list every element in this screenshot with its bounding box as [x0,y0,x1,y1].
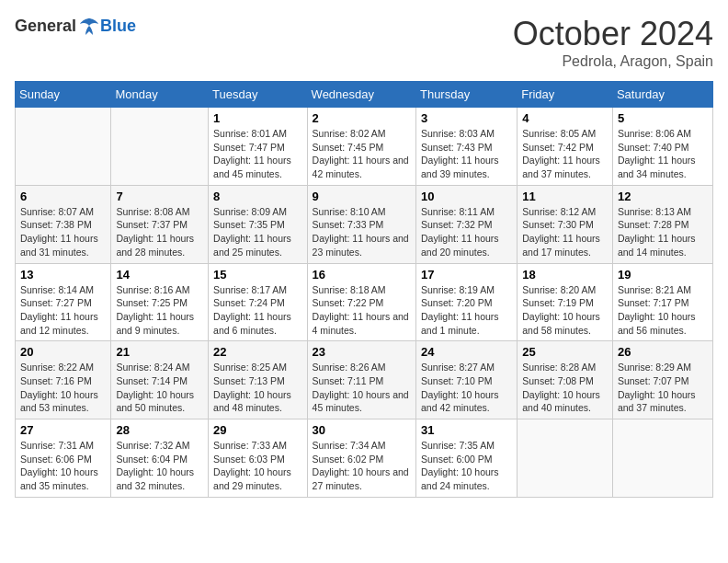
day-number: 25 [522,345,608,359]
day-info: Sunrise: 8:17 AM Sunset: 7:24 PM Dayligh… [213,283,301,338]
day-info: Sunrise: 8:03 AM Sunset: 7:43 PM Dayligh… [421,127,512,181]
day-number: 28 [116,423,203,437]
calendar-cell: 25Sunrise: 8:28 AM Sunset: 7:08 PM Dayli… [518,341,613,419]
day-number: 29 [213,423,301,437]
day-number: 19 [618,268,708,282]
day-info: Sunrise: 8:05 AM Sunset: 7:42 PM Dayligh… [522,127,608,181]
day-info: Sunrise: 8:20 AM Sunset: 7:19 PM Dayligh… [522,283,608,338]
day-info: Sunrise: 8:11 AM Sunset: 7:32 PM Dayligh… [421,205,512,259]
day-of-week-header: Tuesday [209,82,307,108]
day-info: Sunrise: 8:19 AM Sunset: 7:20 PM Dayligh… [421,283,512,338]
calendar-cell: 18Sunrise: 8:20 AM Sunset: 7:19 PM Dayli… [518,263,613,341]
day-number: 31 [421,423,512,437]
calendar-cell: 11Sunrise: 8:12 AM Sunset: 7:30 PM Dayli… [518,185,613,263]
day-number: 13 [20,268,106,282]
calendar-cell: 8Sunrise: 8:09 AM Sunset: 7:35 PM Daylig… [209,185,307,263]
day-number: 9 [313,190,411,203]
day-info: Sunrise: 7:34 AM Sunset: 6:02 PM Dayligh… [313,439,411,493]
calendar-cell: 2Sunrise: 8:02 AM Sunset: 7:45 PM Daylig… [307,108,415,186]
day-number: 11 [522,190,608,203]
day-number: 15 [213,268,301,282]
calendar-cell: 27Sunrise: 7:31 AM Sunset: 6:06 PM Dayli… [16,419,111,498]
calendar-cell: 5Sunrise: 8:06 AM Sunset: 7:40 PM Daylig… [612,108,712,186]
calendar-cell: 14Sunrise: 8:16 AM Sunset: 7:25 PM Dayli… [111,263,209,341]
day-info: Sunrise: 7:35 AM Sunset: 6:00 PM Dayligh… [421,439,512,493]
day-of-week-header: Monday [111,82,209,108]
calendar-cell [612,419,712,498]
day-number: 1 [213,111,301,125]
calendar-cell: 19Sunrise: 8:21 AM Sunset: 7:17 PM Dayli… [612,263,712,341]
day-info: Sunrise: 7:31 AM Sunset: 6:06 PM Dayligh… [20,439,106,493]
calendar-cell: 6Sunrise: 8:07 AM Sunset: 7:38 PM Daylig… [16,185,111,263]
calendar-cell: 1Sunrise: 8:01 AM Sunset: 7:47 PM Daylig… [209,108,307,186]
calendar-body: 1Sunrise: 8:01 AM Sunset: 7:47 PM Daylig… [16,108,713,498]
day-number: 3 [421,111,512,125]
calendar-cell: 16Sunrise: 8:18 AM Sunset: 7:22 PM Dayli… [307,263,415,341]
calendar-week-row: 13Sunrise: 8:14 AM Sunset: 7:27 PM Dayli… [16,263,713,341]
day-of-week-header: Saturday [612,82,712,108]
day-number: 6 [20,190,106,203]
day-info: Sunrise: 8:02 AM Sunset: 7:45 PM Dayligh… [313,127,411,181]
day-info: Sunrise: 8:29 AM Sunset: 7:07 PM Dayligh… [618,361,708,415]
calendar-cell: 10Sunrise: 8:11 AM Sunset: 7:32 PM Dayli… [415,185,517,263]
day-info: Sunrise: 8:22 AM Sunset: 7:16 PM Dayligh… [20,361,106,415]
day-info: Sunrise: 8:28 AM Sunset: 7:08 PM Dayligh… [522,361,608,415]
day-number: 20 [20,345,106,359]
day-number: 14 [116,268,203,282]
calendar-cell: 26Sunrise: 8:29 AM Sunset: 7:07 PM Dayli… [612,341,712,419]
day-number: 10 [421,190,512,203]
calendar-cell [111,108,209,186]
calendar-cell: 13Sunrise: 8:14 AM Sunset: 7:27 PM Dayli… [16,263,111,341]
calendar-cell: 23Sunrise: 8:26 AM Sunset: 7:11 PM Dayli… [307,341,415,419]
calendar-cell: 20Sunrise: 8:22 AM Sunset: 7:16 PM Dayli… [16,341,111,419]
day-number: 26 [618,345,708,359]
calendar-cell: 28Sunrise: 7:32 AM Sunset: 6:04 PM Dayli… [111,419,209,498]
location-title: Pedrola, Aragon, Spain [513,53,713,70]
day-info: Sunrise: 8:26 AM Sunset: 7:11 PM Dayligh… [313,361,411,415]
calendar-cell: 22Sunrise: 8:25 AM Sunset: 7:13 PM Dayli… [209,341,307,419]
day-info: Sunrise: 8:24 AM Sunset: 7:14 PM Dayligh… [116,361,203,415]
day-number: 23 [313,345,411,359]
day-of-week-header: Wednesday [307,82,415,108]
calendar-cell: 12Sunrise: 8:13 AM Sunset: 7:28 PM Dayli… [612,185,712,263]
calendar-week-row: 20Sunrise: 8:22 AM Sunset: 7:16 PM Dayli… [16,341,713,419]
calendar-cell: 3Sunrise: 8:03 AM Sunset: 7:43 PM Daylig… [415,108,517,186]
calendar-cell: 30Sunrise: 7:34 AM Sunset: 6:02 PM Dayli… [307,419,415,498]
day-info: Sunrise: 8:16 AM Sunset: 7:25 PM Dayligh… [116,283,203,338]
logo-bird-icon [78,15,100,37]
day-number: 21 [116,345,203,359]
day-number: 4 [522,111,608,125]
calendar-header-row: SundayMondayTuesdayWednesdayThursdayFrid… [16,82,713,108]
logo: General Blue [15,15,136,37]
day-number: 24 [421,345,512,359]
day-info: Sunrise: 8:12 AM Sunset: 7:30 PM Dayligh… [522,205,608,259]
calendar-week-row: 27Sunrise: 7:31 AM Sunset: 6:06 PM Dayli… [16,419,713,498]
day-number: 2 [313,111,411,125]
day-info: Sunrise: 8:18 AM Sunset: 7:22 PM Dayligh… [313,283,411,338]
page-header: General Blue October 2024 Pedrola, Arago… [15,15,713,70]
day-of-week-header: Thursday [415,82,517,108]
day-info: Sunrise: 8:06 AM Sunset: 7:40 PM Dayligh… [618,127,708,181]
calendar-cell: 29Sunrise: 7:33 AM Sunset: 6:03 PM Dayli… [209,419,307,498]
calendar-cell [518,419,613,498]
day-info: Sunrise: 8:25 AM Sunset: 7:13 PM Dayligh… [213,361,301,415]
day-number: 27 [20,423,106,437]
day-number: 18 [522,268,608,282]
calendar-cell: 7Sunrise: 8:08 AM Sunset: 7:37 PM Daylig… [111,185,209,263]
day-number: 17 [421,268,512,282]
calendar-cell: 31Sunrise: 7:35 AM Sunset: 6:00 PM Dayli… [415,419,517,498]
logo-blue-text: Blue [100,17,136,36]
day-info: Sunrise: 8:14 AM Sunset: 7:27 PM Dayligh… [20,283,106,338]
calendar-cell: 4Sunrise: 8:05 AM Sunset: 7:42 PM Daylig… [518,108,613,186]
calendar-cell: 9Sunrise: 8:10 AM Sunset: 7:33 PM Daylig… [307,185,415,263]
title-block: October 2024 Pedrola, Aragon, Spain [513,15,713,70]
day-number: 12 [618,190,708,203]
day-info: Sunrise: 8:13 AM Sunset: 7:28 PM Dayligh… [618,205,708,259]
day-info: Sunrise: 8:27 AM Sunset: 7:10 PM Dayligh… [421,361,512,415]
day-info: Sunrise: 8:01 AM Sunset: 7:47 PM Dayligh… [213,127,301,181]
day-info: Sunrise: 8:10 AM Sunset: 7:33 PM Dayligh… [313,205,411,259]
day-number: 22 [213,345,301,359]
day-info: Sunrise: 7:33 AM Sunset: 6:03 PM Dayligh… [213,439,301,493]
calendar-cell: 15Sunrise: 8:17 AM Sunset: 7:24 PM Dayli… [209,263,307,341]
calendar-week-row: 6Sunrise: 8:07 AM Sunset: 7:38 PM Daylig… [16,185,713,263]
